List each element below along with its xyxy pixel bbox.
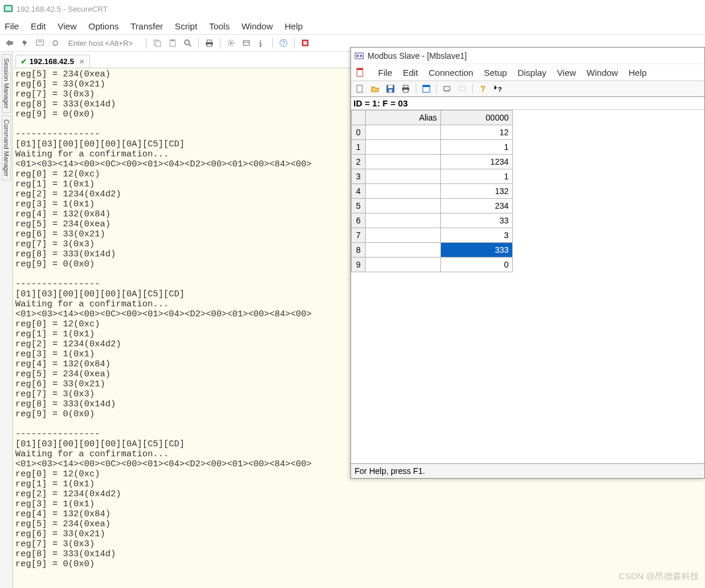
mbs-menu-display[interactable]: Display: [517, 68, 546, 78]
modbus-grid[interactable]: Alias 00000 0121121234314132523463373833…: [351, 110, 513, 272]
save-icon[interactable]: [384, 82, 397, 95]
grid-cell-alias[interactable]: [366, 228, 441, 243]
command-manager-tab[interactable]: Command Manager: [2, 115, 11, 181]
svg-rect-35: [444, 86, 450, 91]
grid-cell-value[interactable]: 0: [441, 258, 513, 272]
session-tab[interactable]: ✔ 192.168.42.5 ✕: [15, 55, 90, 68]
grid-header-col0[interactable]: 00000: [441, 111, 513, 125]
grid-row[interactable]: 8333: [352, 243, 513, 258]
grid-corner[interactable]: [352, 111, 366, 125]
menu-script[interactable]: Script: [175, 21, 197, 31]
mbs-menu-window[interactable]: Window: [587, 68, 618, 78]
grid-row[interactable]: 21234: [352, 155, 513, 169]
close-tab-icon[interactable]: ✕: [79, 58, 85, 66]
print-icon[interactable]: [399, 82, 412, 95]
connect-icon[interactable]: [440, 82, 453, 95]
window-icon[interactable]: [420, 82, 433, 95]
svg-point-12: [230, 42, 232, 44]
grid-cell-alias[interactable]: [366, 243, 441, 258]
modbus-titlebar[interactable]: Modbus Slave - [Mbslave1]: [351, 48, 704, 64]
grid-header-alias[interactable]: Alias: [366, 111, 441, 125]
host-input[interactable]: Enter host <Alt+R>: [65, 39, 141, 48]
grid-cell-alias[interactable]: [366, 125, 441, 140]
menu-transfer[interactable]: Transfer: [131, 21, 163, 31]
svg-text:?: ?: [282, 40, 285, 46]
menu-tools[interactable]: Tools: [209, 21, 230, 31]
grid-cell-alias[interactable]: [366, 155, 441, 169]
reconnect-icon[interactable]: [49, 37, 61, 49]
grid-row-header[interactable]: 6: [352, 213, 366, 228]
new-icon[interactable]: [353, 82, 366, 95]
grid-cell-alias[interactable]: [366, 213, 441, 228]
connect-bar-icon[interactable]: [34, 37, 46, 49]
disconnect-icon[interactable]: [456, 82, 469, 95]
find-icon[interactable]: [182, 37, 193, 49]
mbs-menu-help[interactable]: Help: [629, 68, 647, 78]
menu-help[interactable]: Help: [285, 21, 303, 31]
grid-row-header[interactable]: 8: [352, 243, 366, 258]
grid-cell-alias[interactable]: [366, 199, 441, 213]
copy-icon[interactable]: [151, 37, 163, 49]
grid-row[interactable]: 633: [352, 213, 513, 228]
grid-row-header[interactable]: 4: [352, 184, 366, 199]
session-options-icon[interactable]: [240, 37, 252, 49]
mbs-menu-view[interactable]: View: [557, 68, 576, 78]
settings-icon[interactable]: [225, 37, 237, 49]
print-icon[interactable]: [203, 37, 215, 49]
open-icon[interactable]: [369, 82, 382, 95]
paste-icon[interactable]: [166, 37, 178, 49]
mbs-menu-setup[interactable]: Setup: [484, 68, 507, 78]
grid-row-header[interactable]: 7: [352, 228, 366, 243]
grid-row[interactable]: 73: [352, 228, 513, 243]
grid-row-header[interactable]: 5: [352, 199, 366, 213]
grid-cell-alias[interactable]: [366, 258, 441, 272]
menu-edit[interactable]: Edit: [31, 21, 46, 31]
app-icon: [4, 4, 13, 14]
grid-cell-value[interactable]: 1: [441, 169, 513, 184]
grid-cell-value[interactable]: 3: [441, 228, 513, 243]
grid-cell-value[interactable]: 12: [441, 125, 513, 140]
connect-icon[interactable]: [4, 37, 15, 49]
svg-point-7: [185, 40, 189, 45]
grid-cell-alias[interactable]: [366, 140, 441, 155]
session-tab-label: 192.168.42.5: [29, 57, 74, 66]
grid-cell-value[interactable]: 33: [441, 213, 513, 228]
grid-cell-alias[interactable]: [366, 169, 441, 184]
grid-row[interactable]: 4132: [352, 184, 513, 199]
grid-cell-value[interactable]: 132: [441, 184, 513, 199]
mbs-menu-edit[interactable]: Edit: [403, 68, 418, 78]
grid-row[interactable]: 31: [352, 169, 513, 184]
mbs-menu-connection[interactable]: Connection: [429, 68, 473, 78]
menu-view[interactable]: View: [58, 21, 76, 31]
grid-cell-value[interactable]: 1234: [441, 155, 513, 169]
grid-row-header[interactable]: 2: [352, 155, 366, 169]
svg-rect-34: [423, 85, 430, 87]
grid-row-header[interactable]: 1: [352, 140, 366, 155]
svg-rect-29: [389, 89, 392, 92]
grid-row[interactable]: 11: [352, 140, 513, 155]
grid-row-header[interactable]: 3: [352, 169, 366, 184]
keymap-icon[interactable]: [256, 37, 268, 49]
toggle-icon[interactable]: [299, 37, 311, 49]
help-icon[interactable]: ?: [476, 82, 489, 95]
help-icon[interactable]: ?: [278, 37, 289, 49]
grid-row-header[interactable]: 0: [352, 125, 366, 140]
quick-connect-icon[interactable]: [19, 37, 31, 49]
menu-options[interactable]: Options: [88, 21, 119, 31]
grid-row[interactable]: 5234: [352, 199, 513, 213]
grid-row[interactable]: 90: [352, 258, 513, 272]
menu-window[interactable]: Window: [242, 21, 273, 31]
session-manager-tab[interactable]: Session Manager: [2, 54, 11, 113]
grid-row[interactable]: 012: [352, 125, 513, 140]
svg-rect-30: [403, 85, 408, 88]
grid-cell-value[interactable]: 333: [441, 243, 513, 258]
grid-cell-value[interactable]: 234: [441, 199, 513, 213]
context-help-icon[interactable]: ?: [492, 82, 504, 95]
svg-point-16: [260, 45, 262, 47]
menu-file[interactable]: File: [5, 21, 19, 31]
grid-row-header[interactable]: 9: [352, 258, 366, 272]
grid-cell-value[interactable]: 1: [441, 140, 513, 155]
mbs-menu-file[interactable]: File: [378, 68, 392, 78]
modbus-statusbar: For Help, press F1.: [351, 463, 704, 478]
grid-cell-alias[interactable]: [366, 184, 441, 199]
